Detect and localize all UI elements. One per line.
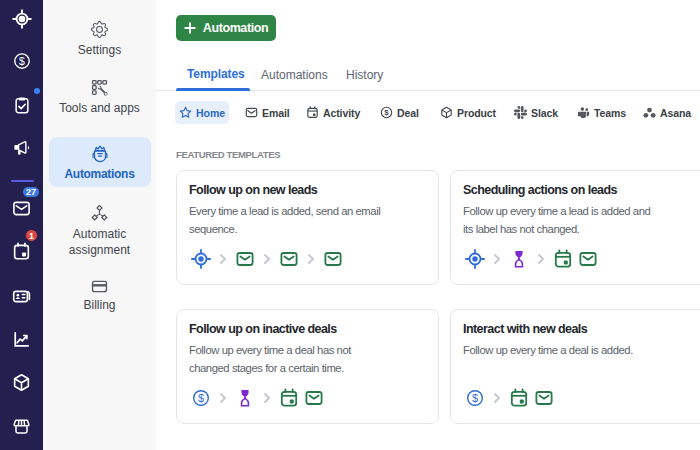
svg-text:$: $: [384, 108, 389, 117]
svg-text:$: $: [198, 392, 204, 404]
svg-text:$: $: [472, 392, 478, 404]
svg-text:$: $: [19, 56, 25, 67]
